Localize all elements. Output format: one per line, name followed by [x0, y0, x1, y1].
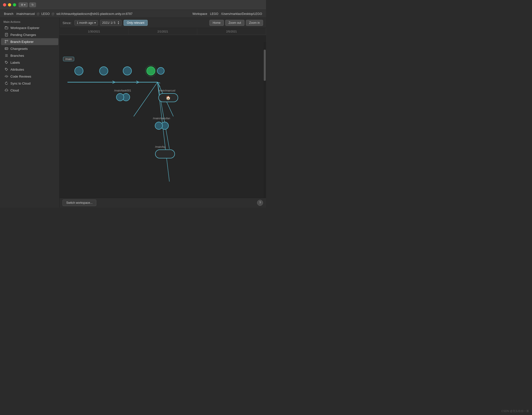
ws-sep: [208, 12, 209, 16]
help-button[interactable]: ?: [257, 200, 263, 206]
task001-label: /main/task001: [114, 89, 131, 92]
svg-point-6: [7, 40, 8, 41]
marcusl-node[interactable]: 🏠: [158, 93, 178, 102]
ws-sep2: [219, 12, 220, 16]
graph-container: 1/30/2021 2/1/2021 2/5/2021: [60, 28, 266, 198]
timeline-col-2: 2/1/2021: [129, 28, 197, 35]
sidebar-item-sync-to-cloud[interactable]: Sync to Cloud: [1, 80, 58, 87]
tag-icon: [4, 60, 8, 64]
main-layout: Main Actions Workspace Explorer Pending …: [0, 18, 266, 208]
branch-label: Branch: [4, 12, 13, 16]
sidebar-item-branches[interactable]: Branches: [1, 52, 58, 59]
date-value: 2021/ 1/ 5: [102, 21, 115, 25]
nairufan-branch-label: /main/nairufan: [153, 117, 170, 121]
dropdown-arrow-icon: ▾: [94, 21, 96, 25]
kg-node[interactable]: [155, 149, 175, 158]
server-url: ssl://chinaunityplasticscm@sh01-plastics…: [56, 12, 133, 16]
branch-sep2: @: [36, 12, 40, 16]
changeset-icon: [4, 47, 8, 51]
branch-sep1: [14, 12, 15, 16]
branch-path: /main/marcusl: [16, 12, 35, 16]
home-button[interactable]: Home: [209, 20, 224, 26]
toolbar-right: Home Zoom out Zoom in: [209, 20, 263, 26]
svg-point-15: [6, 69, 6, 69]
main-branch-label: /main: [63, 57, 74, 61]
minimize-button[interactable]: [8, 3, 11, 6]
since-label: Since:: [63, 21, 71, 25]
switch-workspace-button[interactable]: Switch workspace...: [63, 200, 96, 206]
sidebar-label-pending-changes: Pending Changes: [10, 33, 36, 37]
cloud-icon: [4, 88, 8, 92]
sidebar-item-pending-changes[interactable]: Pending Changes: [1, 31, 58, 38]
svg-point-14: [6, 62, 6, 62]
settings-button[interactable]: ⚙ ▾: [19, 2, 28, 7]
workspace-path: /Users/marklao/Desktop/LEGO: [221, 12, 262, 16]
attributes-icon: [4, 67, 8, 71]
list-icon: [4, 54, 8, 58]
sidebar-label-workspace-explorer: Workspace Explorer: [10, 26, 39, 30]
node-main-5[interactable]: [157, 67, 165, 75]
traffic-lights: [3, 3, 16, 6]
vertical-scrollbar-thumb[interactable]: [264, 50, 266, 81]
node-main-current[interactable]: [146, 66, 155, 75]
graph-canvas: /main: [60, 35, 266, 198]
close-button[interactable]: [3, 3, 6, 6]
sidebar-label-code-reviews: Code Reviews: [10, 75, 31, 78]
svg-rect-0: [5, 27, 8, 29]
workspace-name2: LEGO: [210, 12, 218, 16]
content-area: Since: 1 month ago ▾ 2021/ 1/ 5 ▲ ▼ Only…: [60, 18, 266, 208]
bottom-bar: Switch workspace... ?: [60, 198, 266, 208]
node-main-2[interactable]: [99, 66, 108, 75]
marcusl-label: /main/marcusl: [158, 89, 175, 92]
nairufan-label: /main/nairufan: [153, 117, 170, 120]
branch-graph-svg: [60, 35, 266, 198]
maximize-button[interactable]: [13, 3, 16, 6]
branch-icon: [4, 40, 8, 44]
branch-sep3: @: [51, 12, 55, 16]
file-diff-icon: [4, 33, 8, 37]
vertical-scrollbar[interactable]: [264, 42, 266, 198]
node-main-3[interactable]: [123, 66, 132, 75]
graph-timeline: 1/30/2021 2/1/2021 2/5/2021: [60, 28, 266, 35]
titlebar: ⚙ ▾ ↻: [0, 0, 266, 10]
sidebar-item-code-reviews[interactable]: Code Reviews: [1, 73, 58, 80]
sidebar-item-labels[interactable]: Labels: [1, 59, 58, 66]
sidebar-item-cloud[interactable]: Cloud: [1, 87, 58, 94]
svg-line-16: [6, 75, 7, 78]
sidebar-label-attributes: Attributes: [10, 68, 24, 71]
toolbar: Since: 1 month ago ▾ 2021/ 1/ 5 ▲ ▼ Only…: [60, 18, 266, 28]
since-value: 1 month ago: [77, 21, 93, 25]
marcusl-branch-label: /main/marcusl: [158, 89, 175, 93]
timeline-col-3: 2/5/2021: [197, 28, 266, 35]
titlebar-controls: ⚙ ▾ ↻: [19, 2, 36, 7]
sidebar-label-sync-to-cloud: Sync to Cloud: [10, 82, 31, 85]
sidebar-label-labels: Labels: [10, 61, 20, 64]
code-icon: [4, 74, 8, 78]
task001-branch-label: /main/task001: [114, 89, 131, 93]
task001-node-cluster[interactable]: [116, 93, 130, 101]
sidebar-item-workspace-explorer[interactable]: Workspace Explorer: [1, 24, 58, 31]
sidebar-item-branch-explorer[interactable]: Branch Explorer: [1, 38, 58, 45]
sidebar-label-branches: Branches: [10, 54, 24, 58]
sidebar-section-label: Main Actions: [0, 18, 59, 24]
timeline-col-1: 1/30/2021: [60, 28, 129, 35]
nairufan-node-cluster[interactable]: [155, 122, 169, 130]
since-dropdown[interactable]: 1 month ago ▾: [74, 20, 98, 26]
sidebar-item-changesets[interactable]: Changesets: [1, 45, 58, 52]
refresh-button[interactable]: ↻: [29, 2, 36, 7]
node-main-1[interactable]: [74, 66, 83, 75]
date-down-icon[interactable]: ▼: [117, 23, 119, 25]
sidebar-item-attributes[interactable]: Attributes: [1, 66, 58, 73]
kg-label: /main/kg: [155, 145, 166, 148]
zoom-in-button[interactable]: Zoom in: [246, 20, 263, 26]
sync-icon: [4, 81, 8, 85]
date-input[interactable]: 2021/ 1/ 5 ▲ ▼: [100, 20, 122, 26]
zoom-out-button[interactable]: Zoom out: [225, 20, 244, 26]
workspace-name: LEGO: [41, 12, 50, 16]
only-relevant-button[interactable]: Only relevant: [124, 20, 148, 26]
sidebar: Main Actions Workspace Explorer Pending …: [0, 18, 60, 208]
svg-rect-1: [5, 33, 8, 36]
branch-bar: Branch /main/marcusl @ LEGO @ ssl://chin…: [0, 10, 266, 18]
main-branch-tag: /main: [63, 57, 74, 61]
svg-point-4: [5, 42, 6, 43]
